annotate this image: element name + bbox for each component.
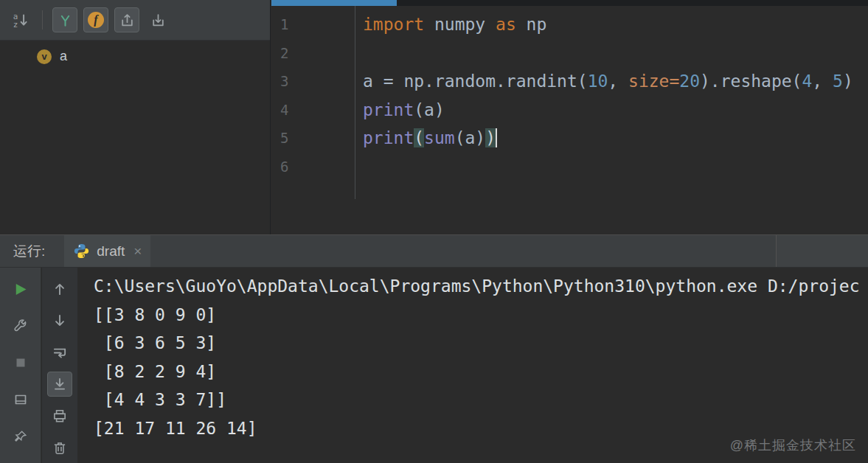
run-toolbar-inner	[42, 268, 77, 463]
close-icon[interactable]: ×	[133, 244, 142, 258]
clear-console-button[interactable]	[47, 435, 72, 460]
console-line: C:\Users\GuoYo\AppData\Local\Programs\Py…	[94, 272, 868, 301]
header-right-panel	[776, 235, 868, 267]
soft-wrap-icon	[52, 344, 68, 361]
arrow-up-icon	[52, 281, 68, 297]
code-line	[363, 153, 868, 181]
structure-item-label: a	[60, 49, 67, 64]
arrow-down-icon	[52, 313, 68, 329]
code-line: print(sum(a))	[363, 124, 868, 153]
variable-icon: v	[37, 49, 52, 64]
console-line: [[3 8 0 9 0]	[94, 301, 868, 330]
scroll-to-end-button[interactable]	[47, 372, 72, 397]
editor-tab-strip	[271, 0, 868, 6]
run-toolbar-outer	[0, 268, 41, 463]
stop-button[interactable]	[8, 350, 33, 375]
tray-up-icon	[119, 13, 135, 28]
line-number[interactable]: 6	[280, 153, 355, 181]
pycharm-window: azf v a 123456 import numpy as npa = np.…	[0, 0, 868, 463]
play-icon	[12, 281, 29, 298]
structure-panel: azf v a	[0, 0, 271, 234]
tray-down-icon	[150, 13, 166, 28]
pin-icon	[13, 429, 28, 444]
run-body: C:\Users\GuoYo\AppData\Local\Programs\Py…	[0, 268, 868, 463]
wrench-icon	[13, 318, 28, 334]
line-number[interactable]: 1	[280, 10, 355, 39]
functions-icon: f	[88, 12, 104, 28]
code-line: print(a)	[363, 96, 868, 125]
rerun-button[interactable]	[8, 276, 33, 302]
autoscroll-to-source-button[interactable]	[114, 7, 139, 32]
run-header: 运行: draft ×	[0, 234, 868, 268]
text-cursor	[496, 128, 497, 147]
run-title: 运行:	[13, 242, 45, 261]
show-functions-button[interactable]: f	[83, 7, 108, 32]
structure-item-a[interactable]: v a	[0, 41, 270, 72]
editor-gutter: 123456	[271, 6, 355, 199]
structure-toolbar-buttons: azf	[0, 0, 270, 41]
console-line: [4 4 3 3 7]]	[94, 386, 868, 414]
line-number[interactable]: 4	[280, 96, 355, 125]
layout-icon	[13, 392, 28, 407]
line-number[interactable]: 2	[280, 39, 355, 68]
branch-icon	[58, 13, 73, 28]
pin-tab-button[interactable]	[8, 424, 33, 449]
code-line: a = np.random.randint(10, size=20).resha…	[363, 67, 868, 96]
svg-text:z: z	[13, 19, 18, 28]
editor: 123456 import numpy as npa = np.random.r…	[271, 0, 868, 234]
line-number[interactable]: 3	[280, 67, 355, 96]
print-console-button[interactable]	[47, 403, 72, 428]
sort-alphabetically-button[interactable]: az	[7, 7, 32, 32]
stop-icon	[13, 355, 28, 370]
scroll-end-icon	[52, 376, 68, 392]
restore-layout-button[interactable]	[8, 387, 33, 412]
watermark: @稀土掘金技术社区	[730, 436, 856, 454]
toolbar-separator	[42, 10, 43, 29]
line-number[interactable]: 5	[280, 124, 355, 153]
console-output[interactable]: C:\Users\GuoYo\AppData\Local\Programs\Py…	[77, 268, 868, 463]
code-area[interactable]: import numpy as npa = np.random.randint(…	[356, 6, 868, 181]
python-icon	[73, 243, 90, 260]
active-tab-underline[interactable]	[271, 0, 397, 6]
up-stack-trace-button[interactable]	[47, 276, 72, 302]
run-tab-draft[interactable]: draft ×	[64, 235, 150, 267]
filter-members-button[interactable]	[52, 7, 77, 32]
console-line: [6 3 6 5 3]	[94, 329, 868, 358]
console-line: [8 2 2 9 4]	[94, 358, 868, 386]
sort-alpha-icon: az	[12, 12, 29, 29]
code-line	[363, 39, 868, 68]
down-stack-trace-button[interactable]	[47, 308, 72, 333]
run-tool-window: 运行: draft × C:\Users\GuoYo\AppData\Local…	[0, 234, 868, 463]
run-tab-label: draft	[97, 243, 125, 260]
code-line: import numpy as np	[363, 10, 868, 39]
trash-icon	[52, 439, 68, 456]
modify-run-configuration-button[interactable]	[8, 313, 33, 338]
soft-wrap-button[interactable]	[47, 340, 72, 365]
printer-icon	[52, 408, 68, 424]
autoscroll-from-source-button[interactable]	[145, 7, 170, 32]
